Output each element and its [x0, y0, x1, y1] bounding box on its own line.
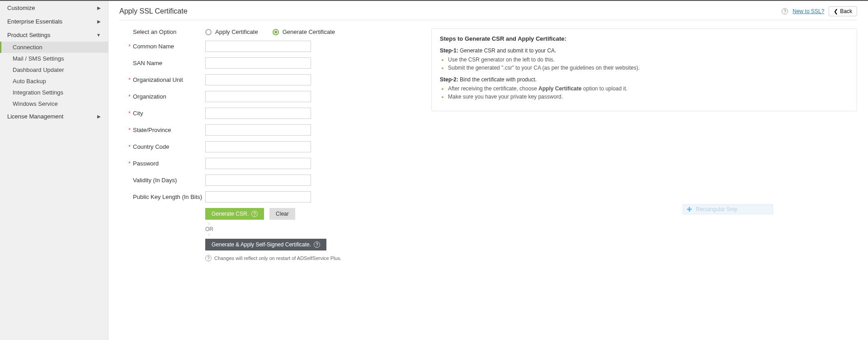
label-validity: Validity (In Days)	[119, 177, 205, 184]
step2-text: Bind the certificate with product.	[460, 76, 537, 83]
or-separator: OR	[205, 222, 418, 236]
text-part: After receiving the certificate, choose	[448, 85, 538, 92]
chevron-down-icon: ▼	[96, 33, 101, 38]
footnote-text: Changes will reflect only on restart of …	[214, 255, 341, 261]
radio-icon	[205, 29, 212, 35]
city-field[interactable]	[205, 108, 311, 119]
sidebar-label: License Management	[7, 113, 63, 120]
help-icon: ?	[251, 211, 258, 217]
button-row-primary: Generate CSR. ? Clear	[205, 208, 418, 220]
sidebar-section-enterprise[interactable]: Enterprise Essentials ▶	[0, 14, 108, 28]
radio-icon	[273, 29, 279, 35]
page-title: Apply SSL Certificate	[119, 7, 188, 15]
snip-label: Rectangular Snip	[696, 206, 737, 212]
list-item: Use the CSR generator on the left to do …	[448, 57, 849, 63]
sidebar-label: Product Settings	[7, 32, 50, 38]
sidebar-item-label: Windows Service	[13, 100, 58, 107]
row-san-name: SAN Name	[119, 57, 418, 69]
sidebar-item-mail-sms[interactable]: Mail / SMS Settings	[0, 53, 108, 64]
validity-field[interactable]	[205, 175, 311, 186]
sidebar-section-customize[interactable]: Customize ▶	[0, 1, 108, 14]
row-country-code: Country Code	[119, 141, 418, 152]
info-panel: Steps to Generate CSR and Apply Certific…	[431, 28, 857, 111]
self-signed-button[interactable]: Generate & Apply Self-Signed Certificate…	[205, 239, 326, 250]
chevron-right-icon: ▶	[97, 5, 101, 10]
page-header: Apply SSL Certificate ? New to SSL? ❮ Ba…	[119, 6, 857, 20]
new-to-ssl-link[interactable]: New to SSL?	[793, 8, 824, 14]
row-city: City	[119, 108, 418, 119]
bold-part: Apply Certificate	[538, 85, 581, 92]
san-name-field[interactable]	[205, 57, 311, 69]
sidebar-section-license[interactable]: License Management ▶	[0, 109, 108, 123]
content-row: Select an Option Apply Certificate Gener…	[119, 28, 857, 261]
list-item: Make sure you have your private key pass…	[448, 94, 849, 100]
sidebar-item-integration-settings[interactable]: Integration Settings	[0, 87, 108, 98]
row-select-option: Select an Option Apply Certificate Gener…	[119, 28, 418, 35]
label-select-option: Select an Option	[119, 28, 205, 35]
step2-heading: Step-2: Bind the certificate with produc…	[440, 76, 849, 83]
step2-prefix: Step-2:	[440, 76, 458, 83]
common-name-field[interactable]	[205, 41, 311, 52]
label-common-name: Common Name	[119, 43, 205, 50]
sidebar-label: Enterprise Essentials	[7, 18, 62, 25]
label-organization: Organization	[119, 93, 205, 100]
sidebar-item-label: Dashboard Updater	[13, 66, 64, 73]
organization-field[interactable]	[205, 91, 311, 102]
label-key-length: Public Key Length (In Bits)	[119, 194, 205, 200]
button-label: Generate & Apply Self-Signed Certificate…	[212, 241, 311, 248]
sidebar-item-connection[interactable]: Connection	[0, 42, 108, 53]
radio-label: Apply Certificate	[215, 28, 258, 35]
sidebar-submenu-product: Connection Mail / SMS Settings Dashboard…	[0, 42, 108, 109]
button-label: Generate CSR.	[212, 211, 249, 217]
chevron-left-icon: ❮	[834, 8, 838, 14]
sidebar-item-auto-backup[interactable]: Auto Backup	[0, 76, 108, 87]
sidebar-item-dashboard-updater[interactable]: Dashboard Updater	[0, 64, 108, 76]
row-common-name: Common Name	[119, 41, 418, 52]
country-code-field[interactable]	[205, 141, 311, 152]
sidebar-item-label: Mail / SMS Settings	[13, 55, 64, 62]
help-icon[interactable]: ?	[782, 8, 788, 14]
row-organization: Organization	[119, 91, 418, 102]
radio-label: Generate Certificate	[283, 28, 335, 35]
password-field[interactable]	[205, 158, 311, 169]
row-state: State/Province	[119, 124, 418, 136]
step2-list: After receiving the certificate, choose …	[440, 85, 849, 100]
row-password: Password	[119, 158, 418, 169]
back-button[interactable]: ❮ Back	[829, 6, 857, 16]
sidebar-item-label: Integration Settings	[13, 89, 63, 96]
sidebar-item-label: Auto Backup	[13, 78, 46, 85]
step1-prefix: Step-1:	[440, 47, 458, 54]
csr-form: Select an Option Apply Certificate Gener…	[119, 28, 418, 261]
list-item: Submit the generated ".csr" to your CA (…	[448, 65, 849, 71]
list-item: After receiving the certificate, choose …	[448, 85, 849, 92]
option-radio-group: Apply Certificate Generate Certificate	[205, 28, 335, 35]
snip-overlay: ✚ Rectangular Snip	[683, 204, 773, 214]
label-country-code: Country Code	[119, 143, 205, 150]
info-title: Steps to Generate CSR and Apply Certific…	[440, 35, 849, 42]
label-state: State/Province	[119, 127, 205, 133]
sidebar-item-label: Connection	[13, 44, 42, 51]
main-content: Apply SSL Certificate ? New to SSL? ❮ Ba…	[108, 1, 868, 340]
state-field[interactable]	[205, 124, 311, 136]
org-unit-field[interactable]	[205, 74, 311, 85]
step1-text: Generate CSR and submit it to your CA.	[460, 47, 556, 54]
radio-apply-certificate[interactable]: Apply Certificate	[205, 28, 258, 35]
label-city: City	[119, 110, 205, 117]
clear-button[interactable]: Clear	[269, 208, 295, 220]
chevron-right-icon: ▶	[97, 114, 101, 119]
plus-icon: ✚	[687, 206, 692, 213]
header-actions: ? New to SSL? ❮ Back	[782, 6, 857, 16]
sidebar: Customize ▶ Enterprise Essentials ▶ Prod…	[0, 1, 108, 340]
row-validity: Validity (In Days)	[119, 175, 418, 186]
restart-footnote: ? Changes will reflect only on restart o…	[205, 255, 418, 261]
sidebar-label: Customize	[7, 5, 35, 11]
radio-generate-certificate[interactable]: Generate Certificate	[273, 28, 335, 35]
label-password: Password	[119, 160, 205, 167]
generate-csr-button[interactable]: Generate CSR. ?	[205, 208, 264, 220]
text-part: option to upload it.	[581, 85, 627, 92]
key-length-field[interactable]	[205, 191, 311, 203]
sidebar-section-product[interactable]: Product Settings ▼	[0, 28, 108, 42]
sidebar-item-windows-service[interactable]: Windows Service	[0, 98, 108, 109]
button-label: Clear	[276, 211, 289, 217]
info-icon: ?	[205, 255, 212, 261]
